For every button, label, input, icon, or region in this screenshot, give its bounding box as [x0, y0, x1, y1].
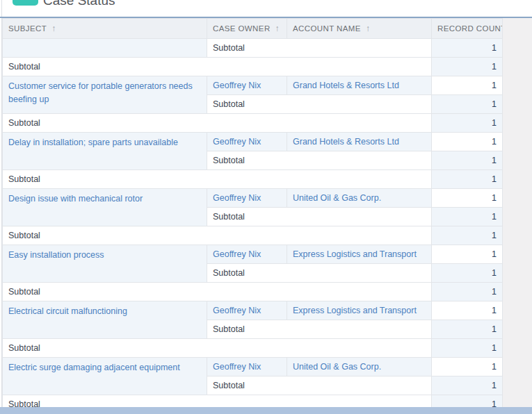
- record-count-cell: 1: [432, 39, 503, 58]
- column-header-label: ACCOUNT NAME: [293, 24, 361, 33]
- subject-cell: Easy installation process: [3, 245, 207, 283]
- subject-cell-link[interactable]: Customer service for portable generators…: [8, 81, 193, 104]
- subject-cell-link[interactable]: Design issue with mechanical rotor: [8, 194, 143, 204]
- subtotal-label-cell: Subtotal: [3, 339, 432, 358]
- report-chart-icon: [13, 0, 38, 6]
- subtotal-label-cell: Subtotal: [3, 58, 432, 76]
- record-count-cell: 1: [432, 76, 503, 95]
- record-count-cell: 1: [432, 226, 503, 245]
- account-name-cell-link[interactable]: United Oil & Gas Corp.: [293, 362, 381, 372]
- table-row: Design issue with mechanical rotorGeoffr…: [3, 189, 503, 208]
- subtotal-label-cell: Subtotal: [207, 95, 432, 114]
- subject-cell-link[interactable]: Easy installation process: [8, 250, 104, 260]
- record-count-cell: 1: [432, 358, 503, 376]
- table-row: Electric surge damaging adjacent equipme…: [3, 358, 503, 376]
- record-count-cell: 1: [432, 170, 503, 189]
- account-name-cell: United Oil & Gas Corp.: [287, 358, 432, 376]
- header-row: SUBJECT↑ CASE OWNER↑ ACCOUNT NAME↑ RECOR…: [3, 19, 503, 39]
- case-owner-cell: Geoffrey Nix: [207, 133, 287, 151]
- table-row: Subtotal1: [3, 39, 503, 58]
- subtotal-label-cell: Subtotal: [3, 226, 432, 245]
- subject-cell-link[interactable]: Electric surge damaging adjacent equipme…: [8, 363, 180, 372]
- table-row: Subtotal1: [3, 339, 503, 358]
- case-owner-cell: Geoffrey Nix: [207, 245, 287, 264]
- report-table-body: Subtotal1Subtotal1Customer service for p…: [3, 39, 503, 414]
- right-side-panel: [503, 18, 532, 407]
- subject-cell: Electrical circuit malfunctioning: [3, 301, 207, 339]
- table-row: Subtotal1: [3, 283, 503, 301]
- case-owner-cell: Geoffrey Nix: [207, 301, 287, 320]
- table-row: Easy installation processGeoffrey NixExp…: [3, 245, 503, 264]
- case-owner-cell-link[interactable]: Geoffrey Nix: [213, 249, 261, 259]
- record-count-cell: 1: [432, 95, 503, 114]
- sort-asc-icon: ↑: [366, 24, 370, 33]
- record-count-cell: 1: [432, 283, 503, 301]
- record-count-cell: 1: [432, 264, 503, 283]
- subject-cell-empty: [3, 39, 207, 58]
- column-header-label: CASE OWNER: [213, 24, 271, 33]
- subject-cell-link[interactable]: Delay in installation; spare parts unava…: [8, 138, 178, 147]
- subject-cell: Design issue with mechanical rotor: [3, 189, 207, 226]
- subject-cell: Electric surge damaging adjacent equipme…: [3, 358, 207, 395]
- table-row: Subtotal1: [3, 170, 503, 189]
- account-name-cell-link[interactable]: Grand Hotels & Resorts Ltd: [293, 137, 399, 147]
- record-count-cell: 1: [432, 58, 503, 76]
- subject-cell-link[interactable]: Electrical circuit malfunctioning: [8, 306, 127, 316]
- column-header-label: RECORD COUNT: [437, 24, 503, 33]
- column-header-subject[interactable]: SUBJECT↑: [3, 19, 207, 39]
- account-name-cell: Grand Hotels & Resorts Ltd: [287, 76, 432, 95]
- account-name-cell: Grand Hotels & Resorts Ltd: [287, 133, 432, 151]
- case-owner-cell-link[interactable]: Geoffrey Nix: [213, 193, 261, 203]
- subtotal-label-cell: Subtotal: [3, 114, 432, 133]
- column-header-label: SUBJECT: [8, 24, 47, 33]
- record-count-cell: 1: [432, 133, 503, 151]
- table-row: Subtotal1: [3, 114, 503, 133]
- record-count-cell: 1: [432, 339, 503, 358]
- case-owner-cell: Geoffrey Nix: [207, 76, 287, 95]
- account-name-cell-link[interactable]: Express Logistics and Transport: [293, 249, 417, 259]
- record-count-cell: 1: [432, 376, 503, 395]
- sort-asc-icon: ↑: [275, 24, 280, 33]
- report-table-container: SUBJECT↑ CASE OWNER↑ ACCOUNT NAME↑ RECOR…: [2, 18, 503, 414]
- table-row: Delay in installation; spare parts unava…: [3, 133, 503, 151]
- subtotal-label-cell: Subtotal: [207, 264, 432, 283]
- column-header-case-owner[interactable]: CASE OWNER↑: [207, 19, 287, 39]
- case-owner-cell: Geoffrey Nix: [207, 189, 287, 208]
- account-name-cell-link[interactable]: United Oil & Gas Corp.: [293, 193, 381, 203]
- page-title: Case Status: [43, 0, 115, 8]
- record-count-cell: 1: [432, 320, 503, 339]
- table-header: SUBJECT↑ CASE OWNER↑ ACCOUNT NAME↑ RECOR…: [3, 19, 503, 39]
- report-table: SUBJECT↑ CASE OWNER↑ ACCOUNT NAME↑ RECOR…: [2, 18, 503, 414]
- subject-cell: Delay in installation; spare parts unava…: [3, 133, 207, 170]
- horizontal-scrollbar[interactable]: [0, 407, 532, 414]
- subtotal-label-cell: Subtotal: [207, 208, 432, 226]
- case-owner-cell: Geoffrey Nix: [207, 358, 287, 376]
- case-owner-cell-link[interactable]: Geoffrey Nix: [213, 362, 261, 372]
- account-name-cell: Express Logistics and Transport: [287, 301, 432, 320]
- case-owner-cell-link[interactable]: Geoffrey Nix: [213, 137, 261, 147]
- account-name-cell: United Oil & Gas Corp.: [287, 189, 432, 208]
- record-count-cell: 1: [432, 245, 503, 264]
- subject-cell: Customer service for portable generators…: [3, 76, 207, 114]
- subtotal-label-cell: Subtotal: [207, 320, 432, 339]
- account-name-cell-link[interactable]: Express Logistics and Transport: [293, 306, 417, 315]
- table-row: Subtotal1: [3, 58, 503, 76]
- subtotal-label-cell: Subtotal: [3, 170, 432, 189]
- column-header-record-count[interactable]: RECORD COUNT: [432, 19, 503, 39]
- subtotal-label-cell: Subtotal: [207, 39, 432, 58]
- record-count-cell: 1: [432, 189, 503, 208]
- case-owner-cell-link[interactable]: Geoffrey Nix: [213, 81, 261, 90]
- table-row: Subtotal1: [3, 226, 503, 245]
- table-row: Customer service for portable generators…: [3, 76, 503, 95]
- record-count-cell: 1: [432, 208, 503, 226]
- subtotal-label-cell: Subtotal: [207, 151, 432, 170]
- account-name-cell: Express Logistics and Transport: [287, 245, 432, 264]
- record-count-cell: 1: [432, 114, 503, 133]
- sort-asc-icon: ↑: [51, 24, 56, 33]
- subtotal-label-cell: Subtotal: [3, 283, 432, 301]
- case-owner-cell-link[interactable]: Geoffrey Nix: [213, 306, 261, 315]
- column-header-account-name[interactable]: ACCOUNT NAME↑: [287, 19, 432, 39]
- record-count-cell: 1: [432, 151, 503, 170]
- table-row: Electrical circuit malfunctioningGeoffre…: [3, 301, 503, 320]
- account-name-cell-link[interactable]: Grand Hotels & Resorts Ltd: [293, 81, 399, 90]
